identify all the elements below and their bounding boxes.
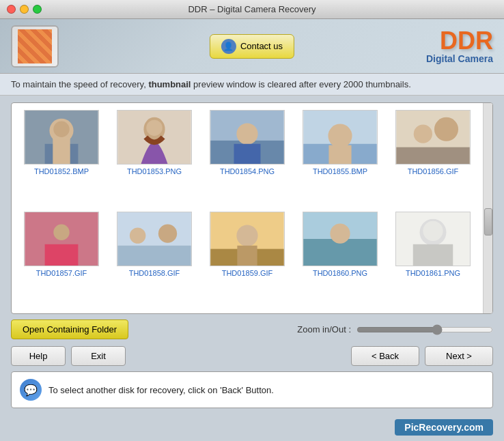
bottom-controls: Open Containing Folder Zoom in/Out : [11,314,493,342]
contact-button[interactable]: 👤 Contact us [210,34,294,59]
svg-point-7 [146,120,162,136]
app-logo [11,25,59,68]
contact-label: Contact us [240,41,283,51]
maximize-button[interactable] [33,5,42,14]
svg-point-10 [236,124,257,145]
minimize-button[interactable] [20,5,29,14]
logo-pattern [18,29,52,63]
thumbnail-filename: THD01856.GIF [408,167,459,175]
next-button[interactable]: Next > [425,346,493,366]
thumbnail-image [24,110,99,165]
svg-point-14 [328,124,352,148]
info-bar: To maintain the speed of recovery, thumb… [0,74,504,96]
zoom-slider[interactable] [356,324,493,335]
exit-button[interactable]: Exit [71,346,126,366]
navigation-buttons: Help Exit < Back Next > [11,342,493,370]
thumbnail-filename: THD01860.PNG [313,269,367,277]
svg-rect-32 [237,246,257,266]
svg-point-18 [414,124,432,143]
status-message: To select another disk for recovery, cli… [48,385,274,395]
footer: PicRecovery.com [0,415,504,438]
thumbnail-image [117,110,192,165]
close-button[interactable] [7,5,16,14]
thumbnail-grid: THD01852.BMP THD01853.PNG THD01854.PNG T… [12,103,483,313]
svg-rect-26 [117,246,191,266]
status-bar: 💬 To select another disk for recovery, c… [11,371,493,408]
brand-subtitle: Digital Camera [426,53,493,64]
thumbnail-image [395,212,471,266]
zoom-label: Zoom in/Out : [297,324,351,335]
brand-section: DDR Digital Camera [426,29,493,64]
list-item[interactable]: THD01857.GIF [18,212,104,307]
zoom-control: Zoom in/Out : [297,324,493,335]
svg-rect-11 [234,144,261,164]
thumbnail-container: THD01852.BMP THD01853.PNG THD01854.PNG T… [11,102,493,314]
contact-icon: 👤 [221,39,236,54]
scrollbar-thumb[interactable] [484,208,492,236]
svg-point-28 [158,225,177,243]
list-item[interactable]: THD01860.PNG [297,212,383,307]
info-message: To maintain the speed of recovery, thumb… [11,79,411,89]
list-item[interactable]: THD01856.GIF [390,110,476,205]
svg-rect-39 [413,244,453,266]
thumbnail-filename: THD01853.PNG [127,167,182,175]
svg-point-3 [53,122,69,137]
list-item[interactable]: THD01861.PNG [390,212,476,307]
list-item[interactable]: THD01859.GIF [204,212,290,307]
thumbnail-filename: THD01861.PNG [406,269,460,277]
window-title: DDR – Digital Camera Recovery [188,4,316,14]
svg-point-31 [236,225,257,246]
open-folder-button[interactable]: Open Containing Folder [11,319,128,339]
svg-point-27 [130,227,145,243]
list-item[interactable]: THD01858.GIF [111,212,197,307]
svg-rect-15 [328,145,351,164]
svg-point-36 [330,224,350,244]
thumbnail-filename: THD01858.GIF [129,269,180,277]
footer-brand: PicRecovery.com [395,419,493,436]
thumbnail-image [303,212,378,266]
thumbnail-image [24,212,99,266]
list-item[interactable]: THD01853.PNG [111,110,197,205]
header: 👤 Contact us DDR Digital Camera [0,19,504,74]
thumbnail-filename: THD01854.PNG [220,167,275,175]
svg-rect-22 [45,244,79,266]
title-bar: DDR – Digital Camera Recovery [0,0,504,19]
thumbnail-filename: THD01852.BMP [34,167,89,175]
svg-point-23 [53,225,69,240]
thumbnail-filename: THD01855.BMP [313,167,367,175]
scrollbar[interactable] [483,103,492,313]
help-button[interactable]: Help [11,346,66,366]
thumbnail-image [117,212,192,266]
list-item[interactable]: THD01852.BMP [18,110,104,205]
window-controls[interactable] [7,5,42,14]
thumbnail-image [210,212,285,266]
status-icon: 💬 [20,379,42,401]
back-button[interactable]: < Back [351,346,419,366]
thumbnail-image [395,110,471,165]
thumbnail-filename: THD01857.GIF [36,269,87,277]
svg-rect-25 [117,212,191,246]
list-item[interactable]: THD01855.BMP [297,110,383,205]
thumbnail-filename: THD01859.GIF [222,269,273,277]
brand-name: DDR [426,29,493,53]
thumbnail-image [210,110,285,165]
main-content: THD01852.BMP THD01853.PNG THD01854.PNG T… [0,96,504,415]
thumbnail-image [303,110,378,165]
svg-rect-4 [53,139,70,164]
svg-point-19 [434,117,458,141]
svg-rect-17 [396,147,469,164]
list-item[interactable]: THD01854.PNG [204,110,290,205]
svg-point-40 [423,221,443,241]
